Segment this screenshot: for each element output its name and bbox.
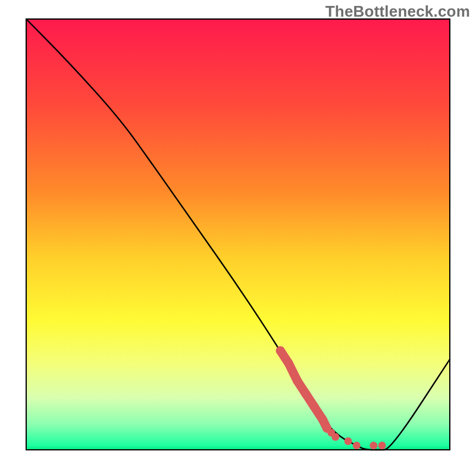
highlight-dot — [345, 437, 352, 445]
highlight-dot — [310, 402, 319, 411]
highlight-dot — [378, 441, 386, 449]
highlight-dot — [331, 433, 339, 441]
highlight-dot — [369, 441, 377, 449]
highlight-dot — [276, 346, 285, 355]
highlight-dot — [284, 359, 293, 368]
chart-stage: TheBottleneck.com — [0, 0, 476, 476]
bottleneck-chart — [0, 0, 476, 476]
highlight-dot — [301, 389, 310, 398]
highlight-dot — [353, 441, 361, 449]
plot-background — [26, 19, 450, 450]
highlight-dot — [318, 415, 327, 424]
highlight-dot — [293, 377, 302, 386]
